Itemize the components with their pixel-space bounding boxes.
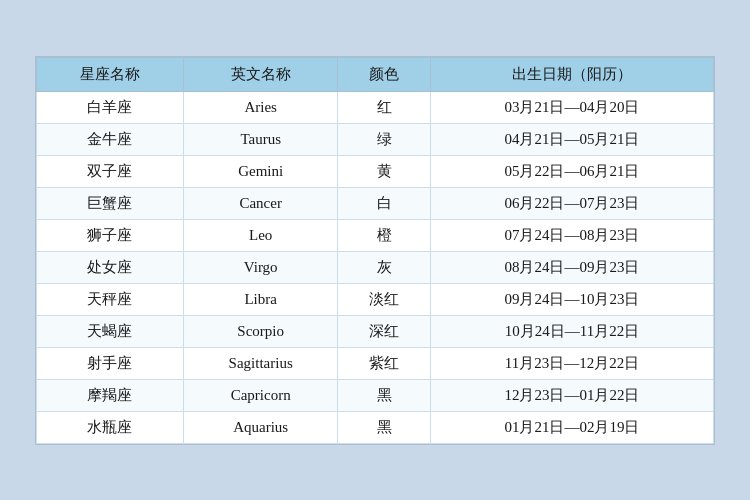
- cell-r9-c1: Capricorn: [183, 379, 338, 411]
- cell-r3-c2: 白: [338, 187, 431, 219]
- header-col-1: 英文名称: [183, 57, 338, 91]
- cell-r5-c3: 08月24日—09月23日: [430, 251, 713, 283]
- table-body: 白羊座Aries红03月21日—04月20日金牛座Taurus绿04月21日—0…: [37, 91, 714, 443]
- header-col-3: 出生日期（阳历）: [430, 57, 713, 91]
- cell-r3-c0: 巨蟹座: [37, 187, 184, 219]
- table-row: 天蝎座Scorpio深红10月24日—11月22日: [37, 315, 714, 347]
- cell-r5-c0: 处女座: [37, 251, 184, 283]
- cell-r2-c2: 黄: [338, 155, 431, 187]
- table-row: 射手座Sagittarius紫红11月23日—12月22日: [37, 347, 714, 379]
- table-row: 狮子座Leo橙07月24日—08月23日: [37, 219, 714, 251]
- cell-r1-c3: 04月21日—05月21日: [430, 123, 713, 155]
- cell-r7-c3: 10月24日—11月22日: [430, 315, 713, 347]
- cell-r9-c2: 黑: [338, 379, 431, 411]
- zodiac-table-container: 星座名称英文名称颜色出生日期（阳历） 白羊座Aries红03月21日—04月20…: [35, 56, 715, 445]
- cell-r10-c3: 01月21日—02月19日: [430, 411, 713, 443]
- cell-r8-c3: 11月23日—12月22日: [430, 347, 713, 379]
- table-row: 摩羯座Capricorn黑12月23日—01月22日: [37, 379, 714, 411]
- cell-r3-c3: 06月22日—07月23日: [430, 187, 713, 219]
- cell-r9-c0: 摩羯座: [37, 379, 184, 411]
- header-col-2: 颜色: [338, 57, 431, 91]
- cell-r0-c1: Aries: [183, 91, 338, 123]
- cell-r4-c0: 狮子座: [37, 219, 184, 251]
- cell-r5-c1: Virgo: [183, 251, 338, 283]
- cell-r10-c2: 黑: [338, 411, 431, 443]
- cell-r3-c1: Cancer: [183, 187, 338, 219]
- cell-r2-c1: Gemini: [183, 155, 338, 187]
- cell-r8-c0: 射手座: [37, 347, 184, 379]
- cell-r0-c2: 红: [338, 91, 431, 123]
- zodiac-table: 星座名称英文名称颜色出生日期（阳历） 白羊座Aries红03月21日—04月20…: [36, 57, 714, 444]
- table-header-row: 星座名称英文名称颜色出生日期（阳历）: [37, 57, 714, 91]
- cell-r0-c3: 03月21日—04月20日: [430, 91, 713, 123]
- cell-r6-c3: 09月24日—10月23日: [430, 283, 713, 315]
- cell-r7-c2: 深红: [338, 315, 431, 347]
- cell-r2-c0: 双子座: [37, 155, 184, 187]
- cell-r7-c1: Scorpio: [183, 315, 338, 347]
- cell-r8-c1: Sagittarius: [183, 347, 338, 379]
- cell-r8-c2: 紫红: [338, 347, 431, 379]
- cell-r0-c0: 白羊座: [37, 91, 184, 123]
- cell-r4-c1: Leo: [183, 219, 338, 251]
- cell-r1-c0: 金牛座: [37, 123, 184, 155]
- cell-r6-c1: Libra: [183, 283, 338, 315]
- cell-r2-c3: 05月22日—06月21日: [430, 155, 713, 187]
- table-row: 处女座Virgo灰08月24日—09月23日: [37, 251, 714, 283]
- cell-r6-c0: 天秤座: [37, 283, 184, 315]
- cell-r4-c2: 橙: [338, 219, 431, 251]
- cell-r5-c2: 灰: [338, 251, 431, 283]
- table-row: 白羊座Aries红03月21日—04月20日: [37, 91, 714, 123]
- table-row: 巨蟹座Cancer白06月22日—07月23日: [37, 187, 714, 219]
- cell-r9-c3: 12月23日—01月22日: [430, 379, 713, 411]
- cell-r7-c0: 天蝎座: [37, 315, 184, 347]
- cell-r10-c1: Aquarius: [183, 411, 338, 443]
- cell-r1-c1: Taurus: [183, 123, 338, 155]
- table-row: 水瓶座Aquarius黑01月21日—02月19日: [37, 411, 714, 443]
- cell-r4-c3: 07月24日—08月23日: [430, 219, 713, 251]
- cell-r1-c2: 绿: [338, 123, 431, 155]
- table-row: 双子座Gemini黄05月22日—06月21日: [37, 155, 714, 187]
- cell-r6-c2: 淡红: [338, 283, 431, 315]
- table-row: 天秤座Libra淡红09月24日—10月23日: [37, 283, 714, 315]
- table-row: 金牛座Taurus绿04月21日—05月21日: [37, 123, 714, 155]
- cell-r10-c0: 水瓶座: [37, 411, 184, 443]
- header-col-0: 星座名称: [37, 57, 184, 91]
